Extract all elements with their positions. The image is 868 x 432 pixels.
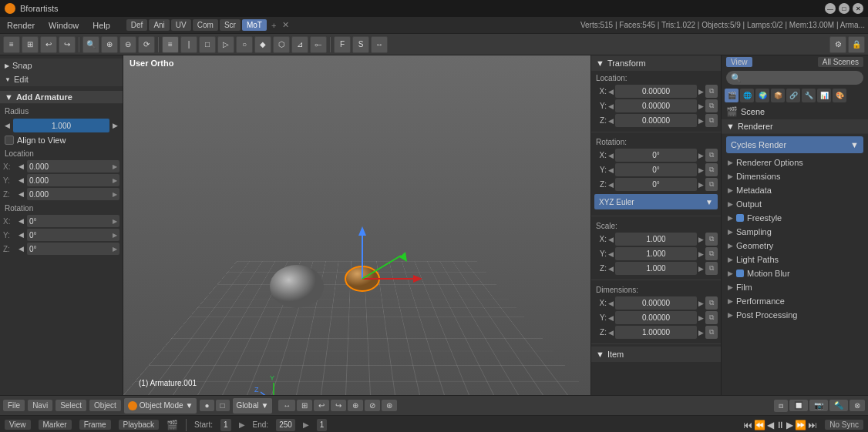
tp-scale-z-input[interactable]: 1.000 <box>615 262 697 275</box>
props-item-9[interactable]: ▶Film <box>722 280 868 294</box>
tp-rot-y-inc[interactable]: ▶ <box>698 166 704 174</box>
prop-tab-object[interactable]: 📦 <box>771 89 785 102</box>
tp-scale-z-dec[interactable]: ◀ <box>608 265 614 273</box>
viewport[interactable]: User Ortho <box>123 55 590 395</box>
snap-button-1[interactable]: ↔ <box>278 400 295 411</box>
tp-rot-z-copy[interactable]: ⧉ <box>705 178 718 191</box>
workspace-tab-com[interactable]: Com <box>193 19 218 31</box>
tp-loc-x-dec[interactable]: ◀ <box>608 88 614 95</box>
view-btn-5[interactable]: ⊗ <box>849 400 865 411</box>
props-item-0[interactable]: ▶Renderer Options <box>722 156 868 169</box>
props-item-7[interactable]: ▶Light Paths <box>722 253 868 266</box>
rot-x-dec[interactable]: ◀ <box>17 217 25 225</box>
align-to-view-checkbox[interactable] <box>5 136 14 145</box>
tb-icon-13[interactable]: ○ <box>236 36 253 53</box>
no-sync-button[interactable]: No Sync <box>825 420 863 430</box>
global-dropdown[interactable]: Global ▼ <box>233 398 273 414</box>
tb-icon-18[interactable]: F <box>334 36 351 53</box>
tp-dim-x-copy[interactable]: ⧉ <box>705 296 718 310</box>
tp-loc-x-input[interactable]: 0.00000 <box>615 85 697 98</box>
renderer-section[interactable]: ▼ Renderer <box>722 119 868 134</box>
step-back-button[interactable]: ⏪ <box>754 420 765 430</box>
euler-dropdown[interactable]: XYZ Euler ▼ <box>594 194 718 209</box>
props-item-3[interactable]: ▶Output <box>722 197 868 211</box>
tb-icon-15[interactable]: ⬡ <box>273 36 290 53</box>
radius-increase[interactable]: ▶ <box>111 122 119 129</box>
maximize-button[interactable]: □ <box>839 3 849 14</box>
tp-rot-x-inc[interactable]: ▶ <box>698 152 704 159</box>
rot-z-field[interactable]: 0° ▶ <box>27 243 119 255</box>
view-btn-3[interactable]: 📷 <box>809 400 828 411</box>
loc-z-dec[interactable]: ◀ <box>17 190 25 198</box>
tp-loc-z-dec[interactable]: ◀ <box>608 117 614 125</box>
tb-icon-19[interactable]: S <box>352 36 369 53</box>
object-mode-dropdown[interactable]: Object Mode ▼ <box>124 398 197 414</box>
snap-button-5[interactable]: ⊕ <box>348 400 363 411</box>
tp-rot-x-dec[interactable]: ◀ <box>608 152 614 159</box>
tp-loc-z-copy[interactable]: ⧉ <box>705 114 718 127</box>
tp-dim-z-dec[interactable]: ◀ <box>608 329 614 337</box>
tp-scale-z-inc[interactable]: ▶ <box>698 265 704 273</box>
menu-render[interactable]: Render <box>3 19 39 32</box>
tb-icon-8[interactable]: ⟳ <box>138 36 155 53</box>
play-forward-button[interactable]: ▶ <box>786 420 793 430</box>
add-workspace-button[interactable]: + <box>268 21 279 30</box>
props-item-6[interactable]: ▶Geometry <box>722 239 868 253</box>
view-button[interactable]: View <box>726 57 752 67</box>
rot-x-field[interactable]: 0° ▶ <box>27 215 119 227</box>
tb-icon-9[interactable]: ≡ <box>162 36 179 53</box>
mb-navi[interactable]: Navi <box>28 400 52 411</box>
loc-y-dec[interactable]: ◀ <box>17 176 25 184</box>
tb-icon-4[interactable]: ↪ <box>59 36 76 53</box>
view-btn-2[interactable]: 🔲 <box>789 400 808 411</box>
tb-icon-16[interactable]: ⊿ <box>291 36 308 53</box>
mb-file[interactable]: File <box>3 400 25 411</box>
tp-dim-y-copy[interactable]: ⧉ <box>705 311 718 324</box>
props-item-8[interactable]: ▶Motion Blur <box>722 266 868 280</box>
start-frame-input[interactable]: 1 <box>220 419 231 431</box>
tp-dim-x-dec[interactable]: ◀ <box>608 300 614 307</box>
props-item-5[interactable]: ▶Sampling <box>722 225 868 239</box>
tp-dim-z-copy[interactable]: ⧉ <box>705 326 718 339</box>
playback-icon[interactable]: 🎬 <box>167 420 178 430</box>
step-forward-button[interactable]: ⏩ <box>795 420 806 430</box>
props-item-1[interactable]: ▶Dimensions <box>722 169 868 183</box>
workspace-tab-mot[interactable]: MoT <box>242 19 267 31</box>
prop-tab-world[interactable]: 🌍 <box>755 89 769 102</box>
rot-y-dec[interactable]: ◀ <box>17 231 25 239</box>
tp-scale-x-input[interactable]: 1.000 <box>615 233 697 246</box>
prop-tab-material[interactable]: 🎨 <box>833 89 846 102</box>
menu-help[interactable]: Help <box>89 19 114 32</box>
tp-scale-x-copy[interactable]: ⧉ <box>705 233 718 246</box>
tb-icon-7[interactable]: ⊖ <box>119 36 136 53</box>
shade-wireframe[interactable]: □ <box>216 400 230 411</box>
tb-icon-6[interactable]: ⊕ <box>101 36 118 53</box>
tb-icon-20[interactable]: ↔ <box>371 36 388 53</box>
tp-rot-z-dec[interactable]: ◀ <box>608 181 614 189</box>
props-search-input[interactable] <box>745 74 859 82</box>
tb-icon-11[interactable]: □ <box>199 36 216 53</box>
props-item-11[interactable]: ▶Post Processing <box>722 308 868 322</box>
menu-window[interactable]: Window <box>45 19 82 32</box>
snap-button-3[interactable]: ↩ <box>314 400 329 411</box>
tp-rot-z-input[interactable]: 0° <box>615 178 697 191</box>
tp-rot-y-dec[interactable]: ◀ <box>608 166 614 174</box>
tp-scale-x-dec[interactable]: ◀ <box>608 236 614 243</box>
tp-dim-y-inc[interactable]: ▶ <box>698 314 704 322</box>
props-item-10[interactable]: ▶Performance <box>722 294 868 308</box>
tp-scale-x-inc[interactable]: ▶ <box>698 236 704 243</box>
item-header[interactable]: ▼ Item <box>591 347 721 362</box>
snap-button-6[interactable]: ⊘ <box>365 400 380 411</box>
tb-icon-21[interactable]: ⚙ <box>829 36 846 53</box>
play-back-button[interactable]: ◀ <box>767 420 774 430</box>
tb-icon-5[interactable]: 🔍 <box>82 36 99 53</box>
mb-select[interactable]: Select <box>56 400 86 411</box>
snap-button-4[interactable]: ↪ <box>331 400 346 411</box>
tp-loc-y-inc[interactable]: ▶ <box>698 102 704 110</box>
tp-dim-x-inc[interactable]: ▶ <box>698 300 704 307</box>
tp-scale-z-copy[interactable]: ⧉ <box>705 262 718 275</box>
snap-button-7[interactable]: ⊛ <box>382 400 397 411</box>
tp-dim-z-input[interactable]: 1.00000 <box>615 326 697 339</box>
prop-tab-render[interactable]: 🎬 <box>725 89 738 102</box>
tp-loc-z-inc[interactable]: ▶ <box>698 117 704 125</box>
